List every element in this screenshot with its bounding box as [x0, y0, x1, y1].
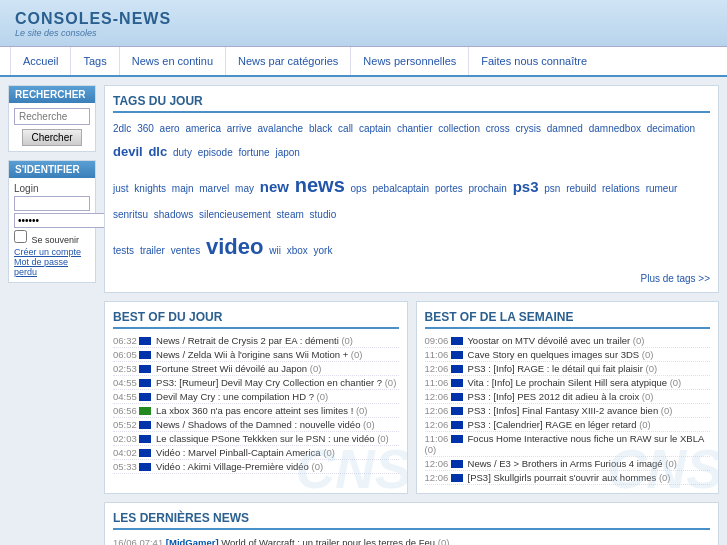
list-item: 12:06 PS3 : [Calendrier] RAGE en léger r… — [425, 418, 711, 432]
list-item: 06:56 La xbox 360 n'a pas encore atteint… — [113, 404, 399, 418]
nav-item-news-perso[interactable]: News personnelles — [351, 47, 469, 75]
tag-call[interactable]: call — [338, 123, 353, 134]
tag-rebuild[interactable]: rebuild — [566, 183, 596, 194]
list-item: 04:55 PS3: [Rumeur] Devil May Cry Collec… — [113, 376, 399, 390]
tag-prochain[interactable]: prochain — [469, 183, 507, 194]
tag-ops[interactable]: ops — [351, 183, 367, 194]
tag-video[interactable]: video — [206, 234, 263, 259]
list-item: 11:06 Vita : [Info] Le prochain Silent H… — [425, 376, 711, 390]
tag-studio[interactable]: studio — [310, 209, 337, 220]
tag-fortune[interactable]: fortune — [238, 147, 269, 158]
tag-relations[interactable]: relations — [602, 183, 640, 194]
tag-crysis[interactable]: crysis — [515, 123, 541, 134]
best-jour-title: BEST OF DU JOUR — [113, 310, 399, 329]
login-input[interactable] — [14, 196, 90, 211]
more-tags-link[interactable]: Plus de tags >> — [113, 273, 710, 284]
tag-wii[interactable]: wii — [269, 245, 281, 256]
tag-new[interactable]: new — [260, 178, 289, 195]
search-button[interactable]: Chercher — [22, 129, 81, 146]
navigation: Accueil Tags News en continu News par ca… — [0, 47, 727, 77]
tag-aero[interactable]: aero — [160, 123, 180, 134]
remember-checkbox[interactable] — [14, 230, 27, 243]
tag-dlc[interactable]: dlc — [148, 144, 167, 159]
tag-black[interactable]: black — [309, 123, 332, 134]
tag-steam[interactable]: steam — [277, 209, 304, 220]
logo-title: CONSOLES-NEWS — [15, 10, 712, 28]
tag-avalanche[interactable]: avalanche — [258, 123, 304, 134]
list-item: 02:53 Fortune Street Wii dévoilé au Japo… — [113, 362, 399, 376]
tag-captain[interactable]: captain — [359, 123, 391, 134]
tag-damned[interactable]: damned — [547, 123, 583, 134]
main-content: RECHERCHER Chercher S'IDENTIFIER Login O… — [0, 77, 727, 545]
tag-episode[interactable]: episode — [198, 147, 233, 158]
list-item: 09:06 Yoostar on MTV dévoilé avec un tra… — [425, 334, 711, 348]
tag-may[interactable]: may — [235, 183, 254, 194]
best-jour-list: 06:32 News / Retrait de Crysis 2 par EA … — [113, 334, 399, 474]
login-panel: S'IDENTIFIER Login OK Se souvenir Créer … — [8, 160, 96, 283]
best-semaine-title: BEST OF DE LA SEMAINE — [425, 310, 711, 329]
tags-cloud: 2dlc 360 aero america arrive avalanche b… — [113, 119, 710, 269]
tag-portes[interactable]: portes — [435, 183, 463, 194]
tag-psn[interactable]: psn — [544, 183, 560, 194]
tags-title: TAGS DU JOUR — [113, 94, 710, 113]
list-item: 06:05 News / Zelda Wii à l'origine sans … — [113, 348, 399, 362]
list-item: 12:06 PS3 : [Info] PES 2012 dit adieu à … — [425, 390, 711, 404]
nav-item-news-continu[interactable]: News en continu — [120, 47, 226, 75]
login-label: Login — [14, 183, 42, 194]
tag-just[interactable]: just — [113, 183, 129, 194]
search-header: RECHERCHER — [9, 86, 95, 103]
nav-item-accueil[interactable]: Accueil — [10, 47, 71, 75]
tag-america[interactable]: america — [185, 123, 221, 134]
tag-japon[interactable]: japon — [275, 147, 299, 158]
nav-item-tags[interactable]: Tags — [71, 47, 119, 75]
tag-duty[interactable]: duty — [173, 147, 192, 158]
best-of-row: CNS BEST OF DU JOUR 06:32 News / Retrait… — [104, 301, 719, 494]
tag-devil[interactable]: devil — [113, 144, 143, 159]
tag-arrive[interactable]: arrive — [227, 123, 252, 134]
tag-ps3[interactable]: ps3 — [513, 178, 539, 195]
list-item: 05:52 News / Shadows of the Damned : nou… — [113, 418, 399, 432]
tag-damnedbox[interactable]: damnedbox — [589, 123, 641, 134]
nav-item-faites[interactable]: Faites nous connaître — [469, 47, 599, 75]
forgot-password-link[interactable]: Mot de passe perdu — [14, 257, 90, 277]
last-news-section: LES DERNIÈRES NEWS 16/06 07:41 [MidGamer… — [104, 502, 719, 545]
tag-collection[interactable]: collection — [438, 123, 480, 134]
list-item: 05:33 Vidéo : Akimi Village-Première vid… — [113, 460, 399, 474]
tag-2dlc[interactable]: 2dlc — [113, 123, 131, 134]
tag-cross[interactable]: cross — [486, 123, 510, 134]
list-item: 12:06 PS3 : [Infos] Final Fantasy XIII-2… — [425, 404, 711, 418]
search-panel: RECHERCHER Chercher — [8, 85, 96, 152]
nav-item-news-categories[interactable]: News par catégories — [226, 47, 351, 75]
tag-silencieusement[interactable]: silencieusement — [199, 209, 271, 220]
remember-check-row: Se souvenir — [14, 230, 90, 245]
list-item: 02:03 Le classique PSone Tekkken sur le … — [113, 432, 399, 446]
tag-ventes[interactable]: ventes — [171, 245, 200, 256]
list-item: 12:06 News / E3 > Brothers in Arms Furio… — [425, 457, 711, 471]
tag-decimation[interactable]: decimation — [647, 123, 695, 134]
tag-360[interactable]: 360 — [137, 123, 154, 134]
tag-shadows[interactable]: shadows — [154, 209, 193, 220]
list-item: 11:06 Cave Story en quelques images sur … — [425, 348, 711, 362]
last-news-title: LES DERNIÈRES NEWS — [113, 511, 710, 530]
tag-news[interactable]: news — [295, 174, 345, 196]
tag-knights[interactable]: knights — [134, 183, 166, 194]
tag-xbox[interactable]: xbox — [287, 245, 308, 256]
list-item: 06:32 News / Retrait de Crysis 2 par EA … — [113, 334, 399, 348]
list-item: 11:06 Focus Home Interactive nous fiche … — [425, 432, 711, 457]
tag-chantier[interactable]: chantier — [397, 123, 433, 134]
tag-marvel[interactable]: marvel — [199, 183, 229, 194]
sidebar: RECHERCHER Chercher S'IDENTIFIER Login O… — [8, 85, 96, 545]
list-item: 16/06 07:41 [MidGamer] World of Warcraft… — [113, 535, 710, 545]
tag-majn[interactable]: majn — [172, 183, 194, 194]
search-input[interactable] — [14, 108, 90, 125]
tags-section: TAGS DU JOUR 2dlc 360 aero america arriv… — [104, 85, 719, 293]
best-semaine-section: CNS BEST OF DE LA SEMAINE 09:06 Yoostar … — [416, 301, 720, 494]
tag-york[interactable]: york — [314, 245, 333, 256]
tag-trailer[interactable]: trailer — [140, 245, 165, 256]
tag-rumeur[interactable]: rumeur — [646, 183, 678, 194]
create-account-link[interactable]: Créer un compte — [14, 247, 90, 257]
tag-senritsu[interactable]: senritsu — [113, 209, 148, 220]
list-item: 12:06 [PS3] Skullgirls pourrait s'ouvrir… — [425, 471, 711, 485]
tag-pebalcaptain[interactable]: pebalcaptain — [372, 183, 429, 194]
tag-tests[interactable]: tests — [113, 245, 134, 256]
